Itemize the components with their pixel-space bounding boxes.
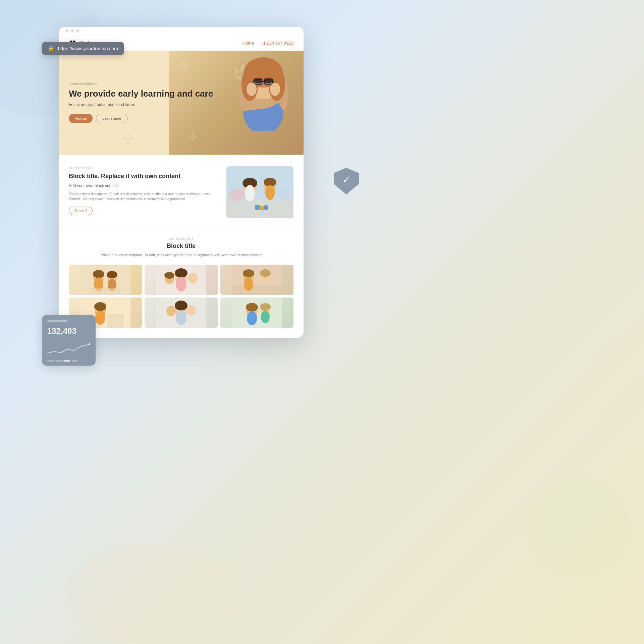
hero-subtitle: Focus on great outcomes for children [69, 102, 293, 107]
svg-point-6 [186, 65, 188, 67]
gallery-desc: This is a block description. To edit, cl… [69, 252, 293, 258]
svg-point-27 [126, 137, 130, 140]
gallery-img-1 [69, 265, 142, 295]
gallery-superscript: Superscript [69, 237, 293, 240]
learn-more-button[interactable]: Learn more [96, 114, 127, 123]
svg-point-74 [95, 311, 105, 325]
svg-rect-75 [107, 314, 124, 328]
nav-links: Home +1 234 567 8910 [242, 41, 293, 46]
stats-dot-3 [63, 360, 70, 362]
lock-icon: 🔒 [48, 45, 55, 52]
svg-point-51 [93, 270, 104, 278]
stats-footer [47, 360, 90, 362]
gallery-item-6[interactable] [220, 298, 293, 328]
kids-playing-image [226, 166, 293, 218]
svg-point-30 [123, 138, 125, 140]
svg-point-80 [166, 306, 176, 316]
svg-point-84 [246, 303, 258, 312]
stats-dot-2 [55, 360, 62, 362]
hero-title: We provide early learning and care [69, 89, 293, 99]
nav-home[interactable]: Home [242, 41, 254, 46]
svg-point-63 [188, 273, 198, 283]
svg-rect-47 [260, 206, 264, 210]
shield-shape: ✓ [334, 168, 359, 195]
browser-dot-3 [76, 29, 79, 33]
content-superscript: Superscript [69, 166, 216, 170]
svg-rect-65 [232, 285, 282, 295]
content-text: Superscript Block title. Replace it with… [69, 166, 216, 215]
svg-point-79 [176, 310, 186, 325]
svg-point-88 [261, 311, 270, 323]
svg-point-40 [245, 185, 255, 202]
nav-phone: +1 234 567 8910 [261, 41, 293, 46]
hero-section: Licensed child care We provide early lea… [59, 51, 304, 155]
content-title: Block title. Replace it with own content [69, 172, 216, 180]
svg-point-87 [260, 303, 271, 311]
svg-point-73 [94, 302, 106, 311]
svg-point-2 [183, 64, 185, 67]
svg-point-3 [183, 62, 185, 64]
gallery-item-2[interactable] [145, 265, 218, 295]
content-desc: This is a block description. To edit thi… [69, 192, 216, 202]
gallery-img-5 [145, 298, 218, 328]
svg-rect-48 [264, 205, 268, 210]
hero-content: Licensed child care We provide early lea… [59, 69, 304, 137]
svg-point-31 [131, 138, 133, 140]
stats-dot-1 [47, 360, 54, 362]
svg-point-85 [247, 311, 257, 325]
hero-buttons: Visit us Learn more [69, 114, 293, 123]
browser-dot-2 [71, 29, 74, 33]
browser-dots [65, 29, 79, 33]
svg-rect-46 [255, 205, 260, 210]
stats-card: 132,403 [42, 315, 96, 366]
browser-window: 👨‍👩‍👧 Elmira Home +1 234 567 8910 Licens… [59, 27, 304, 338]
visit-us-button[interactable]: Visit us [69, 114, 93, 123]
gallery-item-1[interactable] [69, 265, 142, 295]
svg-point-5 [180, 65, 182, 67]
svg-point-35 [277, 188, 290, 198]
gallery-img-3 [220, 265, 293, 295]
svg-point-34 [228, 189, 245, 201]
bg-blob-2 [527, 476, 627, 577]
svg-point-81 [186, 305, 196, 316]
svg-point-29 [127, 142, 129, 144]
svg-point-9 [192, 139, 194, 141]
svg-point-59 [175, 268, 187, 278]
stats-number: 132,403 [47, 326, 90, 336]
svg-point-78 [175, 301, 187, 311]
kids-playing-svg [226, 166, 293, 218]
gallery-img-2 [145, 265, 218, 295]
svg-point-70 [260, 269, 271, 277]
bg-blob-3 [67, 543, 235, 644]
hero-label: Licensed child care [69, 82, 293, 86]
svg-point-68 [244, 277, 253, 291]
gallery-item-5[interactable] [145, 298, 218, 328]
shield-check-icon: ✓ [342, 174, 350, 185]
gallery-grid [69, 265, 293, 328]
content-section: Superscript Block title. Replace it with… [59, 155, 304, 230]
gallery-img-6 [220, 298, 293, 328]
svg-point-54 [107, 271, 117, 278]
stats-dot-4 [71, 360, 78, 362]
stats-bar [47, 320, 67, 322]
browser-nav-bar [59, 27, 304, 35]
content-subtitle: Add your own block subtitle [69, 183, 216, 188]
shield-badge: ✓ [334, 168, 359, 193]
svg-rect-56 [90, 288, 120, 295]
svg-point-45 [265, 185, 275, 200]
svg-point-67 [243, 269, 254, 277]
gallery-title: Block title [69, 243, 293, 250]
browser-dot-1 [65, 29, 69, 33]
svg-point-0 [89, 342, 90, 345]
stats-chart [47, 340, 90, 357]
content-image [226, 166, 293, 218]
svg-point-60 [176, 277, 186, 291]
content-button[interactable]: Button 2 [69, 207, 93, 215]
url-text: https://www.yourdomain.com [58, 46, 118, 51]
svg-point-62 [164, 272, 174, 279]
url-bar[interactable]: 🔒 https://www.yourdomain.com [42, 42, 124, 55]
gallery-item-3[interactable] [220, 265, 293, 295]
